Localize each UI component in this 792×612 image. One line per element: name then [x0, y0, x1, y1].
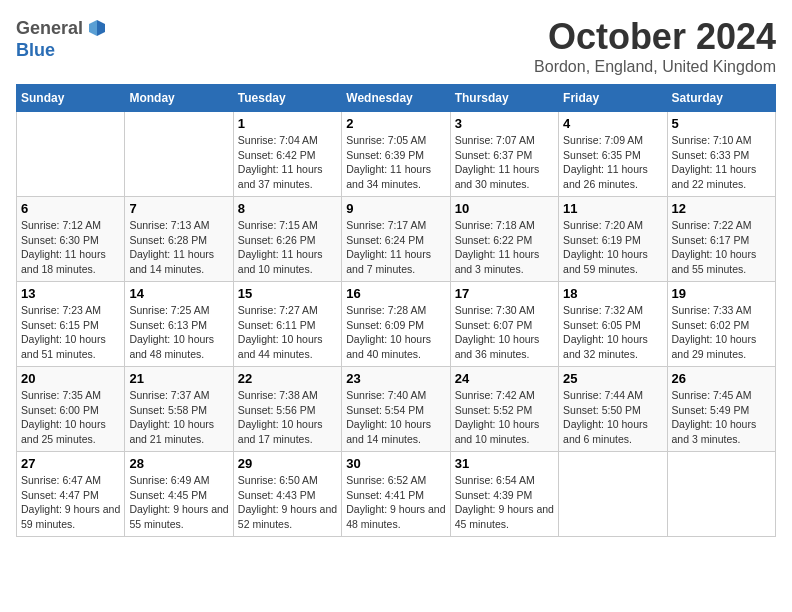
day-number: 22: [238, 371, 337, 386]
cell-content: Sunrise: 7:40 AMSunset: 5:54 PMDaylight:…: [346, 388, 445, 447]
title-block: October 2024 Bordon, England, United Kin…: [534, 16, 776, 76]
cell-content: Sunrise: 7:17 AMSunset: 6:24 PMDaylight:…: [346, 218, 445, 277]
calendar-cell: [667, 452, 775, 537]
day-number: 27: [21, 456, 120, 471]
day-number: 3: [455, 116, 554, 131]
logo: General Blue: [16, 16, 109, 61]
calendar-cell: 6Sunrise: 7:12 AMSunset: 6:30 PMDaylight…: [17, 197, 125, 282]
calendar-cell: 27Sunrise: 6:47 AMSunset: 4:47 PMDayligh…: [17, 452, 125, 537]
cell-content: Sunrise: 7:09 AMSunset: 6:35 PMDaylight:…: [563, 133, 662, 192]
calendar-cell: [125, 112, 233, 197]
cell-content: Sunrise: 7:33 AMSunset: 6:02 PMDaylight:…: [672, 303, 771, 362]
cell-content: Sunrise: 6:50 AMSunset: 4:43 PMDaylight:…: [238, 473, 337, 532]
calendar-cell: 3Sunrise: 7:07 AMSunset: 6:37 PMDaylight…: [450, 112, 558, 197]
cell-content: Sunrise: 7:18 AMSunset: 6:22 PMDaylight:…: [455, 218, 554, 277]
day-number: 14: [129, 286, 228, 301]
day-of-week-header: Sunday: [17, 85, 125, 112]
cell-content: Sunrise: 7:35 AMSunset: 6:00 PMDaylight:…: [21, 388, 120, 447]
day-number: 16: [346, 286, 445, 301]
day-of-week-header: Saturday: [667, 85, 775, 112]
logo-general-text: General: [16, 18, 83, 39]
day-number: 9: [346, 201, 445, 216]
day-number: 21: [129, 371, 228, 386]
calendar-cell: 4Sunrise: 7:09 AMSunset: 6:35 PMDaylight…: [559, 112, 667, 197]
calendar-cell: 29Sunrise: 6:50 AMSunset: 4:43 PMDayligh…: [233, 452, 341, 537]
day-number: 28: [129, 456, 228, 471]
calendar-cell: 11Sunrise: 7:20 AMSunset: 6:19 PMDayligh…: [559, 197, 667, 282]
calendar-cell: [559, 452, 667, 537]
month-title: October 2024: [534, 16, 776, 58]
calendar-cell: 31Sunrise: 6:54 AMSunset: 4:39 PMDayligh…: [450, 452, 558, 537]
cell-content: Sunrise: 7:37 AMSunset: 5:58 PMDaylight:…: [129, 388, 228, 447]
calendar-week-row: 27Sunrise: 6:47 AMSunset: 4:47 PMDayligh…: [17, 452, 776, 537]
logo-icon: [85, 16, 109, 40]
cell-content: Sunrise: 7:13 AMSunset: 6:28 PMDaylight:…: [129, 218, 228, 277]
calendar-cell: 30Sunrise: 6:52 AMSunset: 4:41 PMDayligh…: [342, 452, 450, 537]
calendar-week-row: 1Sunrise: 7:04 AMSunset: 6:42 PMDaylight…: [17, 112, 776, 197]
calendar-cell: 24Sunrise: 7:42 AMSunset: 5:52 PMDayligh…: [450, 367, 558, 452]
calendar-cell: 5Sunrise: 7:10 AMSunset: 6:33 PMDaylight…: [667, 112, 775, 197]
cell-content: Sunrise: 7:42 AMSunset: 5:52 PMDaylight:…: [455, 388, 554, 447]
calendar-cell: 7Sunrise: 7:13 AMSunset: 6:28 PMDaylight…: [125, 197, 233, 282]
day-number: 19: [672, 286, 771, 301]
cell-content: Sunrise: 7:44 AMSunset: 5:50 PMDaylight:…: [563, 388, 662, 447]
day-number: 7: [129, 201, 228, 216]
cell-content: Sunrise: 7:32 AMSunset: 6:05 PMDaylight:…: [563, 303, 662, 362]
day-number: 18: [563, 286, 662, 301]
day-of-week-header: Tuesday: [233, 85, 341, 112]
calendar-week-row: 20Sunrise: 7:35 AMSunset: 6:00 PMDayligh…: [17, 367, 776, 452]
day-number: 2: [346, 116, 445, 131]
calendar-cell: 28Sunrise: 6:49 AMSunset: 4:45 PMDayligh…: [125, 452, 233, 537]
day-number: 5: [672, 116, 771, 131]
calendar-cell: [17, 112, 125, 197]
day-number: 15: [238, 286, 337, 301]
calendar-cell: 16Sunrise: 7:28 AMSunset: 6:09 PMDayligh…: [342, 282, 450, 367]
day-number: 1: [238, 116, 337, 131]
calendar-cell: 17Sunrise: 7:30 AMSunset: 6:07 PMDayligh…: [450, 282, 558, 367]
page-header: General Blue October 2024 Bordon, Englan…: [16, 16, 776, 76]
cell-content: Sunrise: 6:52 AMSunset: 4:41 PMDaylight:…: [346, 473, 445, 532]
cell-content: Sunrise: 6:54 AMSunset: 4:39 PMDaylight:…: [455, 473, 554, 532]
cell-content: Sunrise: 7:25 AMSunset: 6:13 PMDaylight:…: [129, 303, 228, 362]
day-number: 6: [21, 201, 120, 216]
calendar-cell: 8Sunrise: 7:15 AMSunset: 6:26 PMDaylight…: [233, 197, 341, 282]
day-number: 10: [455, 201, 554, 216]
day-of-week-header: Monday: [125, 85, 233, 112]
calendar-cell: 15Sunrise: 7:27 AMSunset: 6:11 PMDayligh…: [233, 282, 341, 367]
calendar-cell: 26Sunrise: 7:45 AMSunset: 5:49 PMDayligh…: [667, 367, 775, 452]
day-number: 20: [21, 371, 120, 386]
cell-content: Sunrise: 6:49 AMSunset: 4:45 PMDaylight:…: [129, 473, 228, 532]
cell-content: Sunrise: 7:04 AMSunset: 6:42 PMDaylight:…: [238, 133, 337, 192]
calendar-week-row: 6Sunrise: 7:12 AMSunset: 6:30 PMDaylight…: [17, 197, 776, 282]
day-of-week-header: Thursday: [450, 85, 558, 112]
cell-content: Sunrise: 7:28 AMSunset: 6:09 PMDaylight:…: [346, 303, 445, 362]
day-number: 24: [455, 371, 554, 386]
day-number: 30: [346, 456, 445, 471]
day-number: 29: [238, 456, 337, 471]
cell-content: Sunrise: 7:23 AMSunset: 6:15 PMDaylight:…: [21, 303, 120, 362]
calendar-table: SundayMondayTuesdayWednesdayThursdayFrid…: [16, 84, 776, 537]
cell-content: Sunrise: 7:07 AMSunset: 6:37 PMDaylight:…: [455, 133, 554, 192]
calendar-cell: 23Sunrise: 7:40 AMSunset: 5:54 PMDayligh…: [342, 367, 450, 452]
calendar-cell: 1Sunrise: 7:04 AMSunset: 6:42 PMDaylight…: [233, 112, 341, 197]
cell-content: Sunrise: 7:15 AMSunset: 6:26 PMDaylight:…: [238, 218, 337, 277]
calendar-cell: 21Sunrise: 7:37 AMSunset: 5:58 PMDayligh…: [125, 367, 233, 452]
header-row: SundayMondayTuesdayWednesdayThursdayFrid…: [17, 85, 776, 112]
cell-content: Sunrise: 7:45 AMSunset: 5:49 PMDaylight:…: [672, 388, 771, 447]
calendar-cell: 10Sunrise: 7:18 AMSunset: 6:22 PMDayligh…: [450, 197, 558, 282]
logo-blue-text: Blue: [16, 40, 55, 60]
calendar-cell: 20Sunrise: 7:35 AMSunset: 6:00 PMDayligh…: [17, 367, 125, 452]
calendar-cell: 18Sunrise: 7:32 AMSunset: 6:05 PMDayligh…: [559, 282, 667, 367]
cell-content: Sunrise: 7:30 AMSunset: 6:07 PMDaylight:…: [455, 303, 554, 362]
day-number: 26: [672, 371, 771, 386]
calendar-week-row: 13Sunrise: 7:23 AMSunset: 6:15 PMDayligh…: [17, 282, 776, 367]
day-number: 11: [563, 201, 662, 216]
day-of-week-header: Friday: [559, 85, 667, 112]
cell-content: Sunrise: 7:05 AMSunset: 6:39 PMDaylight:…: [346, 133, 445, 192]
cell-content: Sunrise: 7:38 AMSunset: 5:56 PMDaylight:…: [238, 388, 337, 447]
day-of-week-header: Wednesday: [342, 85, 450, 112]
cell-content: Sunrise: 7:27 AMSunset: 6:11 PMDaylight:…: [238, 303, 337, 362]
cell-content: Sunrise: 7:22 AMSunset: 6:17 PMDaylight:…: [672, 218, 771, 277]
day-number: 25: [563, 371, 662, 386]
cell-content: Sunrise: 7:20 AMSunset: 6:19 PMDaylight:…: [563, 218, 662, 277]
